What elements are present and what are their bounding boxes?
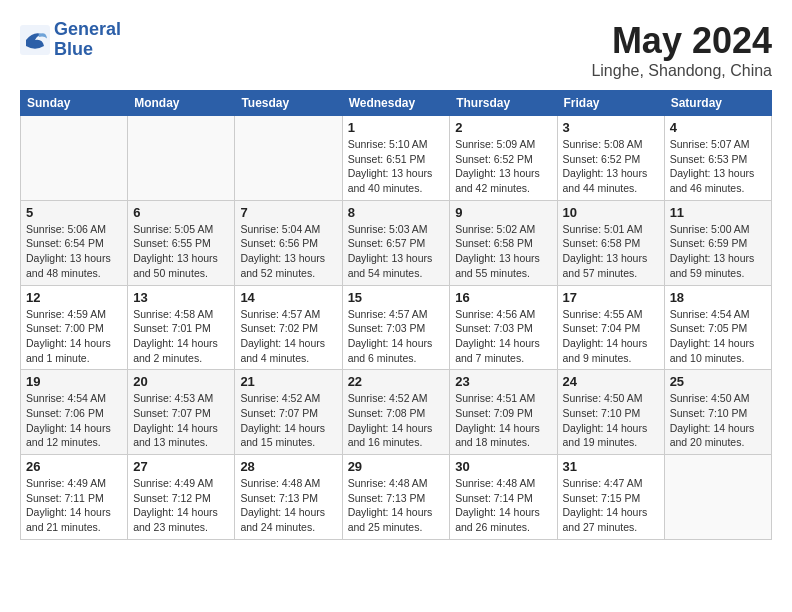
day-number: 31: [563, 459, 659, 474]
day-info: Sunrise: 4:53 AM Sunset: 7:07 PM Dayligh…: [133, 391, 229, 450]
calendar-cell: 29Sunrise: 4:48 AM Sunset: 7:13 PM Dayli…: [342, 455, 450, 540]
day-number: 25: [670, 374, 766, 389]
day-info: Sunrise: 4:50 AM Sunset: 7:10 PM Dayligh…: [563, 391, 659, 450]
day-info: Sunrise: 5:07 AM Sunset: 6:53 PM Dayligh…: [670, 137, 766, 196]
day-info: Sunrise: 5:06 AM Sunset: 6:54 PM Dayligh…: [26, 222, 122, 281]
day-number: 3: [563, 120, 659, 135]
day-info: Sunrise: 4:50 AM Sunset: 7:10 PM Dayligh…: [670, 391, 766, 450]
day-info: Sunrise: 4:49 AM Sunset: 7:12 PM Dayligh…: [133, 476, 229, 535]
day-info: Sunrise: 4:48 AM Sunset: 7:14 PM Dayligh…: [455, 476, 551, 535]
calendar-cell: 2Sunrise: 5:09 AM Sunset: 6:52 PM Daylig…: [450, 116, 557, 201]
day-info: Sunrise: 5:01 AM Sunset: 6:58 PM Dayligh…: [563, 222, 659, 281]
day-number: 21: [240, 374, 336, 389]
calendar-week-row: 12Sunrise: 4:59 AM Sunset: 7:00 PM Dayli…: [21, 285, 772, 370]
calendar-cell: 16Sunrise: 4:56 AM Sunset: 7:03 PM Dayli…: [450, 285, 557, 370]
day-info: Sunrise: 4:48 AM Sunset: 7:13 PM Dayligh…: [348, 476, 445, 535]
calendar-header-row: SundayMondayTuesdayWednesdayThursdayFrid…: [21, 91, 772, 116]
day-number: 20: [133, 374, 229, 389]
day-number: 23: [455, 374, 551, 389]
day-number: 7: [240, 205, 336, 220]
day-number: 30: [455, 459, 551, 474]
day-info: Sunrise: 4:48 AM Sunset: 7:13 PM Dayligh…: [240, 476, 336, 535]
day-number: 29: [348, 459, 445, 474]
day-info: Sunrise: 4:47 AM Sunset: 7:15 PM Dayligh…: [563, 476, 659, 535]
day-info: Sunrise: 4:54 AM Sunset: 7:05 PM Dayligh…: [670, 307, 766, 366]
day-number: 13: [133, 290, 229, 305]
weekday-header: Friday: [557, 91, 664, 116]
calendar-cell: 25Sunrise: 4:50 AM Sunset: 7:10 PM Dayli…: [664, 370, 771, 455]
calendar-cell: 8Sunrise: 5:03 AM Sunset: 6:57 PM Daylig…: [342, 200, 450, 285]
calendar-cell: 13Sunrise: 4:58 AM Sunset: 7:01 PM Dayli…: [128, 285, 235, 370]
day-number: 11: [670, 205, 766, 220]
location-title: Linghe, Shandong, China: [591, 62, 772, 80]
page-header: General Blue May 2024 Linghe, Shandong, …: [20, 20, 772, 80]
day-number: 26: [26, 459, 122, 474]
calendar-cell: 11Sunrise: 5:00 AM Sunset: 6:59 PM Dayli…: [664, 200, 771, 285]
logo-text: General Blue: [54, 20, 121, 60]
calendar-cell: 27Sunrise: 4:49 AM Sunset: 7:12 PM Dayli…: [128, 455, 235, 540]
calendar-cell: [128, 116, 235, 201]
calendar-cell: 30Sunrise: 4:48 AM Sunset: 7:14 PM Dayli…: [450, 455, 557, 540]
day-info: Sunrise: 4:57 AM Sunset: 7:02 PM Dayligh…: [240, 307, 336, 366]
calendar-cell: 3Sunrise: 5:08 AM Sunset: 6:52 PM Daylig…: [557, 116, 664, 201]
day-number: 24: [563, 374, 659, 389]
calendar-cell: [664, 455, 771, 540]
day-number: 8: [348, 205, 445, 220]
day-number: 12: [26, 290, 122, 305]
calendar-cell: 19Sunrise: 4:54 AM Sunset: 7:06 PM Dayli…: [21, 370, 128, 455]
calendar-cell: 10Sunrise: 5:01 AM Sunset: 6:58 PM Dayli…: [557, 200, 664, 285]
day-info: Sunrise: 4:55 AM Sunset: 7:04 PM Dayligh…: [563, 307, 659, 366]
day-number: 5: [26, 205, 122, 220]
calendar-cell: 22Sunrise: 4:52 AM Sunset: 7:08 PM Dayli…: [342, 370, 450, 455]
calendar-week-row: 1Sunrise: 5:10 AM Sunset: 6:51 PM Daylig…: [21, 116, 772, 201]
calendar-cell: 14Sunrise: 4:57 AM Sunset: 7:02 PM Dayli…: [235, 285, 342, 370]
calendar-cell: 31Sunrise: 4:47 AM Sunset: 7:15 PM Dayli…: [557, 455, 664, 540]
calendar-cell: 7Sunrise: 5:04 AM Sunset: 6:56 PM Daylig…: [235, 200, 342, 285]
day-number: 14: [240, 290, 336, 305]
calendar-cell: 9Sunrise: 5:02 AM Sunset: 6:58 PM Daylig…: [450, 200, 557, 285]
day-info: Sunrise: 5:04 AM Sunset: 6:56 PM Dayligh…: [240, 222, 336, 281]
logo: General Blue: [20, 20, 121, 60]
calendar-week-row: 26Sunrise: 4:49 AM Sunset: 7:11 PM Dayli…: [21, 455, 772, 540]
title-block: May 2024 Linghe, Shandong, China: [591, 20, 772, 80]
weekday-header: Saturday: [664, 91, 771, 116]
day-number: 28: [240, 459, 336, 474]
calendar-cell: 4Sunrise: 5:07 AM Sunset: 6:53 PM Daylig…: [664, 116, 771, 201]
day-number: 10: [563, 205, 659, 220]
day-number: 16: [455, 290, 551, 305]
calendar-cell: [235, 116, 342, 201]
day-number: 6: [133, 205, 229, 220]
day-info: Sunrise: 4:54 AM Sunset: 7:06 PM Dayligh…: [26, 391, 122, 450]
day-number: 1: [348, 120, 445, 135]
calendar-cell: 5Sunrise: 5:06 AM Sunset: 6:54 PM Daylig…: [21, 200, 128, 285]
calendar-cell: 26Sunrise: 4:49 AM Sunset: 7:11 PM Dayli…: [21, 455, 128, 540]
day-number: 17: [563, 290, 659, 305]
weekday-header: Sunday: [21, 91, 128, 116]
calendar-cell: 20Sunrise: 4:53 AM Sunset: 7:07 PM Dayli…: [128, 370, 235, 455]
calendar-cell: 21Sunrise: 4:52 AM Sunset: 7:07 PM Dayli…: [235, 370, 342, 455]
day-number: 18: [670, 290, 766, 305]
weekday-header: Thursday: [450, 91, 557, 116]
calendar-cell: 23Sunrise: 4:51 AM Sunset: 7:09 PM Dayli…: [450, 370, 557, 455]
day-info: Sunrise: 4:52 AM Sunset: 7:08 PM Dayligh…: [348, 391, 445, 450]
day-number: 15: [348, 290, 445, 305]
calendar-cell: 6Sunrise: 5:05 AM Sunset: 6:55 PM Daylig…: [128, 200, 235, 285]
day-number: 27: [133, 459, 229, 474]
day-info: Sunrise: 4:51 AM Sunset: 7:09 PM Dayligh…: [455, 391, 551, 450]
day-info: Sunrise: 5:02 AM Sunset: 6:58 PM Dayligh…: [455, 222, 551, 281]
day-number: 4: [670, 120, 766, 135]
weekday-header: Tuesday: [235, 91, 342, 116]
calendar-cell: 1Sunrise: 5:10 AM Sunset: 6:51 PM Daylig…: [342, 116, 450, 201]
day-info: Sunrise: 5:00 AM Sunset: 6:59 PM Dayligh…: [670, 222, 766, 281]
calendar-week-row: 5Sunrise: 5:06 AM Sunset: 6:54 PM Daylig…: [21, 200, 772, 285]
calendar-cell: 12Sunrise: 4:59 AM Sunset: 7:00 PM Dayli…: [21, 285, 128, 370]
day-info: Sunrise: 5:05 AM Sunset: 6:55 PM Dayligh…: [133, 222, 229, 281]
logo-icon: [20, 25, 50, 55]
day-number: 2: [455, 120, 551, 135]
day-info: Sunrise: 4:58 AM Sunset: 7:01 PM Dayligh…: [133, 307, 229, 366]
day-info: Sunrise: 4:56 AM Sunset: 7:03 PM Dayligh…: [455, 307, 551, 366]
calendar-cell: 17Sunrise: 4:55 AM Sunset: 7:04 PM Dayli…: [557, 285, 664, 370]
calendar-cell: 18Sunrise: 4:54 AM Sunset: 7:05 PM Dayli…: [664, 285, 771, 370]
calendar-week-row: 19Sunrise: 4:54 AM Sunset: 7:06 PM Dayli…: [21, 370, 772, 455]
calendar-cell: 15Sunrise: 4:57 AM Sunset: 7:03 PM Dayli…: [342, 285, 450, 370]
